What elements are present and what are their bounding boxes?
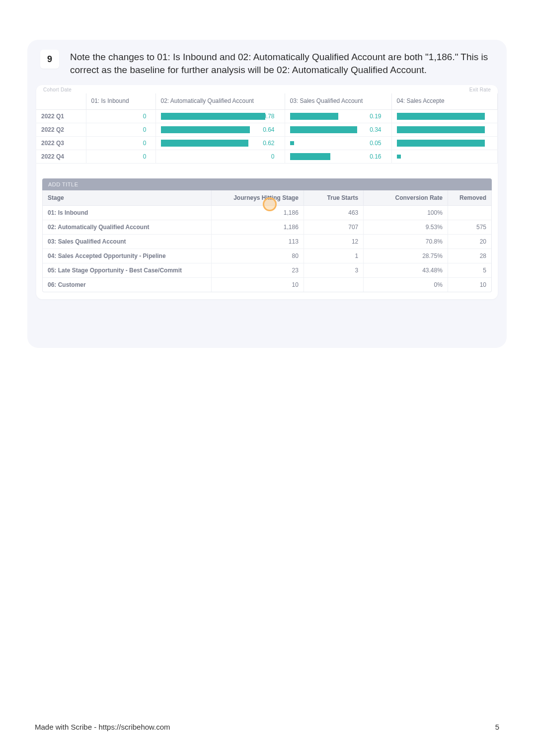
step-number-badge: 9 — [40, 50, 59, 69]
stage-removed-cell: 28 — [448, 249, 491, 263]
cohort-inbound-value: 0 — [86, 123, 155, 137]
cohort-bar-03: 0.16 — [285, 150, 391, 164]
cohort-inbound-value: 0 — [86, 137, 155, 150]
stage-journeys-cell: 80 — [211, 249, 304, 263]
stage-removed-cell: 575 — [448, 220, 491, 235]
stage-col-removed: Removed — [448, 190, 491, 206]
stage-name-cell: 01: Is Inbound — [43, 206, 211, 220]
stage-removed-cell: 5 — [448, 263, 491, 278]
cohort-bar-02: 0 — [155, 150, 285, 164]
cohort-bar-02: 0.62 — [155, 137, 285, 150]
stage-removed-cell: 20 — [448, 235, 491, 249]
stage-name-cell: 05: Late Stage Opportunity - Best Case/C… — [43, 263, 211, 278]
stage-row: 03: Sales Qualified Account1131270.8%20 — [43, 235, 491, 249]
stage-table-wrap: Stage Journeys Hitting Stage True Starts… — [42, 190, 492, 292]
cohort-table: 01: Is Inbound 02: Automatically Qualifi… — [36, 93, 498, 164]
cohort-row: 2022 Q100.780.19 — [36, 110, 498, 123]
add-title-placeholder[interactable]: ADD TITLE — [42, 178, 492, 190]
cohort-col-03: 03: Sales Qualified Account — [285, 93, 391, 110]
cohort-col-02: 02: Automatically Qualified Account — [155, 93, 285, 110]
stage-removed-cell — [448, 206, 491, 220]
cohort-row: 2022 Q4000.16 — [36, 150, 498, 164]
cohort-bar-03: 0.05 — [285, 137, 391, 150]
stage-row: 06: Customer100%10 — [43, 278, 491, 292]
cohort-bar-04 — [391, 110, 498, 123]
cohort-period: 2022 Q3 — [36, 137, 86, 150]
footer-page-number: 5 — [495, 723, 499, 731]
cohort-inbound-value: 0 — [86, 150, 155, 164]
cohort-top-right-label: Exit Rate — [469, 87, 491, 92]
step-card: 9 Note the changes to 01: Is Inbound and… — [27, 40, 507, 348]
stage-col-journeys: Journeys Hitting Stage — [211, 190, 304, 206]
stage-journeys-cell: 10 — [211, 278, 304, 292]
stage-table: Stage Journeys Hitting Stage True Starts… — [43, 190, 491, 292]
cohort-period: 2022 Q4 — [36, 150, 86, 164]
stage-name-cell: 02: Automatically Qualified Account — [43, 220, 211, 235]
stage-name-cell: 03: Sales Qualified Account — [43, 235, 211, 249]
stage-row: 01: Is Inbound1,186463100% — [43, 206, 491, 220]
cohort-period: 2022 Q2 — [36, 123, 86, 137]
stage-truestarts-cell: 12 — [304, 235, 363, 249]
stage-row: 04: Sales Accepted Opportunity - Pipelin… — [43, 249, 491, 263]
cohort-col-04: 04: Sales Accepte — [391, 93, 498, 110]
stage-truestarts-cell: 463 — [304, 206, 363, 220]
cohort-period: 2022 Q1 — [36, 110, 86, 123]
stage-row: 05: Late Stage Opportunity - Best Case/C… — [43, 263, 491, 278]
stage-col-truestarts: True Starts — [304, 190, 363, 206]
stage-journeys-cell: 23 — [211, 263, 304, 278]
stage-journeys-cell: 113 — [211, 235, 304, 249]
step-description: Note the changes to 01: Is Inbound and 0… — [70, 50, 494, 76]
cohort-top-left-label: Cohort Date — [43, 87, 72, 92]
stage-journeys-cell: 1,186 — [211, 206, 304, 220]
cohort-bar-02: 0.64 — [155, 123, 285, 137]
stage-name-cell: 06: Customer — [43, 278, 211, 292]
stage-truestarts-cell: 3 — [304, 263, 363, 278]
cohort-bar-04 — [391, 123, 498, 137]
stage-conversion-cell: 9.53% — [364, 220, 448, 235]
cohort-col-01: 01: Is Inbound — [86, 93, 155, 110]
stage-name-cell: 04: Sales Accepted Opportunity - Pipelin… — [43, 249, 211, 263]
cohort-bar-03: 0.34 — [285, 123, 391, 137]
stage-conversion-cell: 100% — [364, 206, 448, 220]
stage-truestarts-cell — [304, 278, 363, 292]
stage-removed-cell: 10 — [448, 278, 491, 292]
stage-row: 02: Automatically Qualified Account1,186… — [43, 220, 491, 235]
page-footer: Made with Scribe - https://scribehow.com… — [35, 723, 499, 731]
cohort-bar-02: 0.78 — [155, 110, 285, 123]
stage-conversion-cell: 0% — [364, 278, 448, 292]
stage-col-conversion: Conversion Rate — [364, 190, 448, 206]
cohort-bar-04 — [391, 150, 498, 164]
stage-truestarts-cell: 1 — [304, 249, 363, 263]
cohort-inbound-value: 0 — [86, 110, 155, 123]
cohort-bar-04 — [391, 137, 498, 150]
stage-truestarts-cell: 707 — [304, 220, 363, 235]
stage-conversion-cell: 28.75% — [364, 249, 448, 263]
footer-left: Made with Scribe - https://scribehow.com — [35, 723, 170, 731]
cohort-bar-03: 0.19 — [285, 110, 391, 123]
stage-col-stage: Stage — [43, 190, 211, 206]
cohort-row: 2022 Q200.640.34 — [36, 123, 498, 137]
stage-journeys-cell: 1,186 — [211, 220, 304, 235]
screenshot-panel: Cohort Date Exit Rate 01: Is Inbound 02:… — [36, 85, 498, 299]
stage-conversion-cell: 70.8% — [364, 235, 448, 249]
cohort-row: 2022 Q300.620.05 — [36, 137, 498, 150]
stage-conversion-cell: 43.48% — [364, 263, 448, 278]
